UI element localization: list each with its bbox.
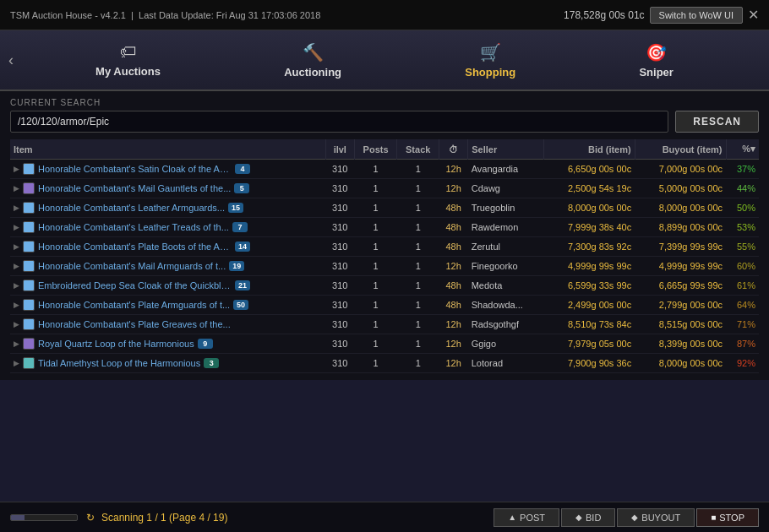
tab-auctioning[interactable]: 🔨 Auctioning xyxy=(267,35,358,85)
item-ilvl: 310 xyxy=(325,237,354,257)
item-icon xyxy=(23,318,35,330)
table-row[interactable]: ▶ Honorable Combatant's Satin Cloak of t… xyxy=(10,160,759,179)
item-bid: 8,000g 00s 00c xyxy=(543,198,635,218)
row-expand-arrow[interactable]: ▶ xyxy=(14,165,19,173)
last-update: Last Data Update: Fri Aug 31 17:03:06 20… xyxy=(139,10,320,20)
item-time: 12h xyxy=(439,179,468,198)
item-seller: Cdawg xyxy=(468,179,544,198)
table-row[interactable]: ▶ Honorable Combatant's Plate Armguards … xyxy=(10,296,759,315)
item-badge: 7 xyxy=(232,222,248,232)
row-expand-arrow[interactable]: ▶ xyxy=(14,281,19,290)
action-buttons: ▲ POST ◆ BID ◆ BUYOUT ■ STOP xyxy=(494,508,759,527)
auction-table: Item ilvl Posts Stack ⏱ Seller Bid (item… xyxy=(10,139,759,373)
item-pct: 37% xyxy=(726,160,759,179)
item-buyout: 5,000g 00s 00c xyxy=(635,179,726,198)
sniper-icon: 🎯 xyxy=(646,42,667,62)
item-bid: 7,300g 83s 92c xyxy=(543,237,635,257)
item-stack: 1 xyxy=(397,315,439,334)
row-expand-arrow[interactable]: ▶ xyxy=(14,320,19,328)
bid-icon: ◆ xyxy=(575,513,582,522)
row-expand-arrow[interactable]: ▶ xyxy=(14,242,19,251)
item-cell: ▶ Honorable Combatant's Mail Armguards o… xyxy=(10,257,325,276)
item-name: Tidal Amethyst Loop of the Harmonious xyxy=(38,358,200,368)
item-ilvl: 310 xyxy=(325,354,354,373)
nav-tabs: ‹ 🏷 My Auctions 🔨 Auctioning 🛒 Shopping … xyxy=(0,30,769,91)
table-row[interactable]: ▶ Honorable Combatant's Plate Boots of t… xyxy=(10,237,759,257)
bid-button[interactable]: ◆ BID xyxy=(561,508,615,527)
item-posts: 1 xyxy=(354,354,396,373)
item-time: 12h xyxy=(439,334,468,354)
item-cell: ▶ Honorable Combatant's Plate Boots of t… xyxy=(10,237,325,257)
row-expand-arrow[interactable]: ▶ xyxy=(14,262,19,270)
item-name: Honorable Combatant's Plate Greaves of t… xyxy=(38,319,231,329)
item-icon xyxy=(23,221,35,233)
item-buyout: 8,000g 00s 00c xyxy=(635,354,726,373)
tab-shopping[interactable]: 🛒 Shopping xyxy=(448,35,532,85)
bottom-bar: ↻ Scanning 1 / 1 (Page 4 / 19) ▲ POST ◆ … xyxy=(0,502,769,532)
post-icon: ▲ xyxy=(508,513,516,522)
item-ilvl: 310 xyxy=(325,296,354,315)
rescan-button[interactable]: RESCAN xyxy=(675,111,759,133)
close-button[interactable]: ✕ xyxy=(748,8,759,22)
item-pct: 64% xyxy=(726,296,759,315)
item-name: Honorable Combatant's Satin Cloak of the… xyxy=(38,164,232,174)
row-expand-arrow[interactable]: ▶ xyxy=(14,223,19,231)
item-ilvl: 310 xyxy=(325,179,354,198)
item-badge: 15 xyxy=(228,203,243,213)
item-time: 48h xyxy=(439,276,468,296)
stop-button[interactable]: ■ STOP xyxy=(696,508,759,527)
item-name: Honorable Combatant's Leather Armguards.… xyxy=(38,203,225,213)
buyout-button[interactable]: ◆ BUYOUT xyxy=(617,508,695,527)
table-row[interactable]: ▶ Embroidered Deep Sea Cloak of the Quic… xyxy=(10,276,759,296)
table-row[interactable]: ▶ Honorable Combatant's Leather Treads o… xyxy=(10,218,759,237)
item-buyout: 2,799g 00s 00c xyxy=(635,296,726,315)
item-pct: 92% xyxy=(726,354,759,373)
tab-my-auctions[interactable]: 🏷 My Auctions xyxy=(79,35,177,84)
tab-auctioning-label: Auctioning xyxy=(284,66,341,79)
col-stack: Stack xyxy=(397,139,439,160)
search-row: RESCAN xyxy=(10,111,759,133)
col-ilvl: ilvl xyxy=(325,139,354,160)
col-item: Item xyxy=(10,139,325,160)
item-icon xyxy=(23,260,35,272)
item-bid: 4,999g 99s 99c xyxy=(543,257,635,276)
col-pct: %▾ xyxy=(726,139,759,160)
search-input[interactable] xyxy=(10,111,668,133)
item-seller: Zerutul xyxy=(468,237,544,257)
item-cell: ▶ Honorable Combatant's Leather Treads o… xyxy=(10,218,325,237)
row-expand-arrow[interactable]: ▶ xyxy=(14,184,19,193)
table-header: Item ilvl Posts Stack ⏱ Seller Bid (item… xyxy=(10,139,759,160)
item-name: Honorable Combatant's Leather Treads of … xyxy=(38,222,229,232)
post-button[interactable]: ▲ POST xyxy=(494,508,559,527)
tab-sniper[interactable]: 🎯 Sniper xyxy=(622,35,690,85)
table-row[interactable]: ▶ Honorable Combatant's Leather Armguard… xyxy=(10,198,759,218)
table-row[interactable]: ▶ Royal Quartz Loop of the Harmonious 9 … xyxy=(10,334,759,354)
table-row[interactable]: ▶ Honorable Combatant's Plate Greaves of… xyxy=(10,315,759,334)
item-cell: ▶ Honorable Combatant's Plate Greaves of… xyxy=(10,315,325,334)
row-expand-arrow[interactable]: ▶ xyxy=(14,204,19,212)
item-icon xyxy=(23,357,35,369)
table-row[interactable]: ▶ Honorable Combatant's Mail Gauntlets o… xyxy=(10,179,759,198)
item-stack: 1 xyxy=(397,160,439,179)
item-stack: 1 xyxy=(397,354,439,373)
switch-to-wow-button[interactable]: Switch to WoW UI xyxy=(650,7,743,24)
row-expand-arrow[interactable]: ▶ xyxy=(14,339,19,348)
item-pct: 87% xyxy=(726,334,759,354)
item-pct: 61% xyxy=(726,276,759,296)
row-expand-arrow[interactable]: ▶ xyxy=(14,301,19,309)
item-seller: Medota xyxy=(468,276,544,296)
item-posts: 1 xyxy=(354,296,396,315)
item-stack: 1 xyxy=(397,276,439,296)
row-expand-arrow[interactable]: ▶ xyxy=(14,359,19,367)
item-posts: 1 xyxy=(354,179,396,198)
back-button[interactable]: ‹ xyxy=(8,52,14,69)
item-buyout: 7,000g 00s 00c xyxy=(635,160,726,179)
item-time: 12h xyxy=(439,315,468,334)
table-row[interactable]: ▶ Tidal Amethyst Loop of the Harmonious … xyxy=(10,354,759,373)
table-row[interactable]: ▶ Honorable Combatant's Mail Armguards o… xyxy=(10,257,759,276)
item-ilvl: 310 xyxy=(325,334,354,354)
item-cell: ▶ Tidal Amethyst Loop of the Harmonious … xyxy=(10,354,325,373)
item-bid: 2,499g 00s 00c xyxy=(543,296,635,315)
item-posts: 1 xyxy=(354,237,396,257)
item-seller: Lotorad xyxy=(468,354,544,373)
